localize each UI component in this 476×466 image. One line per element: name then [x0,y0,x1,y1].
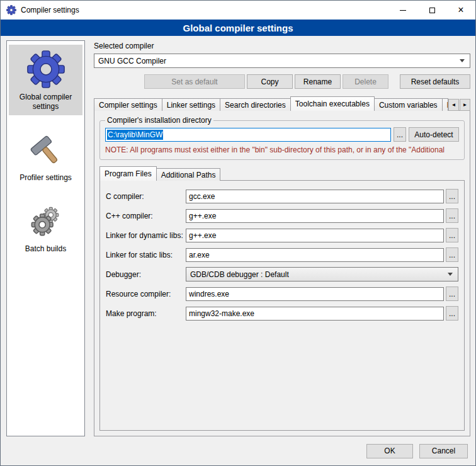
dynamic-linker-input[interactable] [186,229,444,242]
debugger-label: Debugger: [106,270,186,279]
copy-button[interactable]: Copy [247,74,293,89]
delete-button: Delete [343,74,388,89]
sidebar-item-profiler-settings[interactable]: Profiler settings [9,125,82,186]
tab-scroll-controls: ◄ ► [448,99,470,111]
tab-build-options[interactable]: Build [442,98,448,111]
debugger-row: Debugger: GDB/CDB debugger : Default [106,267,458,281]
set-as-default-button: Set as default [144,74,245,89]
maximize-button[interactable] [417,1,446,20]
make-program-input[interactable] [186,307,444,321]
installation-directory-value: C:\raylib\MinGW [107,130,163,140]
toolchain-executables-panel: Compiler's installation directory C:\ray… [94,110,470,436]
browse-resource-compiler-button[interactable]: ... [446,287,458,301]
tab-custom-variables[interactable]: Custom variables [374,98,443,111]
chevron-down-icon [460,59,465,62]
debugger-select-value: GDB/CDB debugger : Default [190,270,289,279]
settings-sidebar: Global compiler settings Profiler settin… [6,40,85,436]
selected-compiler-label: Selected compiler [94,42,470,50]
sidebar-item-global-compiler-settings[interactable]: Global compiler settings [9,45,82,115]
resource-compiler-input[interactable] [186,287,444,301]
rename-button[interactable]: Rename [295,74,341,89]
c-compiler-input[interactable] [186,190,444,203]
c-compiler-row: C compiler: ... [106,189,458,203]
browse-dynamic-linker-button[interactable]: ... [446,228,458,242]
ok-button[interactable]: OK [366,444,413,458]
cpp-compiler-label: C++ compiler: [106,212,186,220]
cpp-compiler-row: C++ compiler: ... [106,208,458,223]
sidebar-item-label: Batch builds [25,244,66,254]
browse-c-compiler-button[interactable]: ... [446,189,458,203]
maximize-icon [429,8,435,13]
browse-make-program-button[interactable]: ... [446,306,458,321]
static-linker-label: Linker for static libs: [106,251,186,259]
installation-directory-row: C:\raylib\MinGW ... Auto-detect [105,127,459,142]
window-controls: × [388,1,475,20]
close-button[interactable]: × [446,1,475,20]
installation-note: NOTE: All programs must exist either in … [105,145,459,154]
tab-search-directories[interactable]: Search directories [220,98,291,111]
resource-compiler-row: Resource compiler: ... [106,287,458,301]
installation-directory-group: Compiler's installation directory C:\ray… [99,116,465,160]
dynamic-linker-label: Linker for dynamic libs: [106,231,186,240]
browse-static-linker-button[interactable]: ... [446,247,458,262]
browse-cpp-compiler-button[interactable]: ... [446,208,458,223]
main-panel: Selected compiler GNU GCC Compiler Set a… [94,40,470,436]
resource-compiler-label: Resource compiler: [106,290,186,298]
c-compiler-label: C compiler: [106,192,186,201]
compiler-actions: Set as default Copy Rename Delete Reset … [94,74,470,89]
compiler-select[interactable]: GNU GCC Compiler [94,54,470,68]
dynamic-linker-row: Linker for dynamic libs: ... [106,228,458,242]
dialog-header: Global compiler settings [1,20,475,36]
app-gear-icon [6,5,16,15]
program-files-panel: C compiler: ... C++ compiler: ... Linker… [99,180,465,431]
auto-detect-button[interactable]: Auto-detect [409,127,459,142]
dialog-footer: OK Cancel [1,440,475,465]
installation-directory-input[interactable]: C:\raylib\MinGW [105,128,391,142]
minimize-icon [400,10,406,11]
installation-directory-legend: Compiler's installation directory [105,116,213,125]
sidebar-item-label: Global compiler settings [10,93,81,111]
tab-program-files[interactable]: Program Files [99,166,157,181]
titlebar: Compiler settings × [1,1,475,20]
static-linker-input[interactable] [186,248,444,262]
debugger-select[interactable]: GDB/CDB debugger : Default [186,267,458,281]
gray-gears-icon [26,202,65,241]
cancel-button[interactable]: Cancel [419,444,468,458]
chevron-down-icon [448,273,453,276]
compiler-select-value: GNU GCC Compiler [98,57,166,65]
window-title: Compiler settings [21,6,79,14]
static-linker-row: Linker for static libs: ... [106,247,458,262]
tab-compiler-settings[interactable]: Compiler settings [94,98,162,111]
tab-scroll-right-button[interactable]: ► [460,99,470,111]
minimize-button[interactable] [388,1,417,20]
tab-linker-settings[interactable]: Linker settings [162,98,220,111]
tab-additional-paths[interactable]: Additional Paths [156,168,221,181]
compiler-settings-window: Compiler settings × Global compiler sett… [0,0,476,466]
reset-defaults-button[interactable]: Reset defaults [400,74,470,89]
blue-gear-icon [26,50,65,89]
hammer-icon [26,130,65,169]
program-files-tabstrip: Program Files Additional Paths [99,166,465,181]
browse-install-dir-button[interactable]: ... [394,127,406,142]
make-program-row: Make program: ... [106,306,458,321]
make-program-label: Make program: [106,309,186,318]
dialog-body: Global compiler settings Profiler settin… [1,36,475,440]
settings-tabstrip: Compiler settings Linker settings Search… [94,96,470,111]
sidebar-item-label: Profiler settings [20,173,72,183]
sidebar-item-batch-builds[interactable]: Batch builds [9,196,82,258]
tab-scroll-left-button[interactable]: ◄ [448,99,459,111]
cpp-compiler-input[interactable] [186,209,444,223]
tab-toolchain-executables[interactable]: Toolchain executables [290,96,375,111]
